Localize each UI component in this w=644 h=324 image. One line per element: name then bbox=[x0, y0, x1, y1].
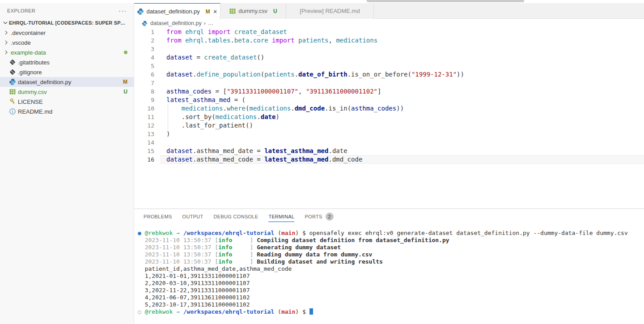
editor-group: dataset_definition.pyM×dummy.csvU[Previe… bbox=[134, 3, 644, 209]
code-text: .sort_by(medications.date) bbox=[160, 113, 644, 121]
tab-dataset-definition-py[interactable]: dataset_definition.pyM× bbox=[134, 3, 220, 19]
code-line-11[interactable]: 11 .sort_by(medications.date) bbox=[134, 113, 644, 121]
breadcrumb-file[interactable]: dataset_definition.py bbox=[150, 20, 202, 26]
line-number: 14 bbox=[134, 138, 154, 147]
panel-tab-terminal[interactable]: TERMINAL bbox=[268, 209, 294, 224]
code-text: latest_asthma_med = ( bbox=[160, 96, 644, 104]
terminal-line: 3,2022-11-22,39113311000001107 bbox=[138, 287, 644, 294]
file-label: README.md bbox=[18, 108, 127, 115]
code-text: dataset.define_population(patients.date_… bbox=[160, 70, 644, 79]
sidebar-item--gitignore[interactable]: .gitignore bbox=[0, 67, 134, 77]
code-line-3[interactable]: 3 bbox=[134, 45, 644, 53]
csv-icon bbox=[9, 88, 16, 95]
code-text: asthma_codes = ["39113311000001107", "39… bbox=[160, 87, 644, 96]
file-label: example-data bbox=[11, 49, 120, 56]
breadcrumb-separator: › bbox=[204, 20, 206, 26]
code-line-15[interactable]: 15dataset.asthma_med_date = latest_asthm… bbox=[134, 147, 644, 155]
more-actions-icon[interactable]: ··· bbox=[119, 9, 127, 13]
panel-tab-label: OUTPUT bbox=[182, 214, 203, 219]
git-icon bbox=[9, 68, 16, 76]
sidebar-item-readme-md[interactable]: README.md bbox=[0, 107, 134, 116]
sidebar-item-license[interactable]: LICENSE bbox=[0, 97, 134, 107]
code-line-6[interactable]: 6dataset.define_population(patients.date… bbox=[134, 70, 644, 79]
panel-tab-label: DEBUG CONSOLE bbox=[214, 214, 258, 219]
code-line-1[interactable]: 1from ehrql import create_dataset bbox=[134, 28, 644, 36]
chevron-right-icon bbox=[3, 49, 10, 56]
code-line-4[interactable]: 4dataset = create_dataset() bbox=[134, 53, 644, 62]
file-list: .devcontainer.vscodeexample-data.gitattr… bbox=[0, 28, 134, 116]
terminal-line: ○ @rebkwok → /workspaces/ehrql-tutorial … bbox=[138, 308, 644, 315]
panel-tab-output[interactable]: OUTPUT bbox=[182, 209, 203, 224]
line-number: 4 bbox=[134, 53, 154, 62]
code-line-9[interactable]: 9latest_asthma_med = ( bbox=[134, 96, 644, 104]
git-status-badge: U bbox=[123, 89, 127, 95]
window-top-bar bbox=[367, 0, 524, 2]
breadcrumb[interactable]: dataset_definition.py › … bbox=[134, 19, 644, 28]
terminal[interactable]: ● @rebkwok → /workspaces/ehrql-tutorial … bbox=[134, 224, 644, 315]
tab-label: dummy.csv bbox=[238, 8, 267, 14]
python-icon bbox=[141, 20, 148, 27]
code-line-13[interactable]: 13) bbox=[134, 130, 644, 138]
code-text: medications.where(medications.dmd_code.i… bbox=[160, 104, 644, 113]
line-number: 9 bbox=[134, 96, 154, 104]
terminal-line: 5,2023-10-17,39113611000001102 bbox=[138, 301, 644, 308]
line-number: 15 bbox=[134, 147, 154, 155]
sidebar-item-dataset-definition-py[interactable]: dataset_definition.pyM bbox=[0, 77, 134, 87]
line-number: 6 bbox=[134, 70, 154, 79]
code-text bbox=[160, 62, 644, 70]
code-text: .last_for_patient() bbox=[160, 121, 644, 130]
sidebar-folder-example-data[interactable]: example-data bbox=[0, 47, 134, 57]
python-icon bbox=[9, 78, 16, 85]
workspace-folder-label: EHRQL-TUTORIAL [CODESPACES: SUPER SPACE … bbox=[9, 20, 129, 26]
code-line-2[interactable]: 2from ehrql.tables.beta.core import pati… bbox=[134, 36, 644, 45]
file-label: .gitignore bbox=[18, 69, 127, 76]
code-line-12[interactable]: 12 .last_for_patient() bbox=[134, 121, 644, 130]
terminal-line: 2023-11-10 13:50:37 [info ] Reading dumm… bbox=[138, 251, 644, 258]
breadcrumb-more[interactable]: … bbox=[208, 20, 214, 26]
line-number: 16 bbox=[134, 155, 154, 164]
sidebar-folder--devcontainer[interactable]: .devcontainer bbox=[0, 28, 134, 38]
code-line-14[interactable]: 14 bbox=[134, 138, 644, 147]
code-text: dataset.asthma_med_date = latest_asthma_… bbox=[160, 147, 644, 155]
code-line-16[interactable]: 16dataset.asthma_med_code = latest_asthm… bbox=[134, 155, 644, 164]
terminal-cursor bbox=[309, 308, 313, 315]
panel-tab-label: PORTS bbox=[305, 214, 322, 219]
code-text: from ehrql.tables.beta.core import patie… bbox=[160, 36, 644, 45]
code-line-10[interactable]: 10 medications.where(medications.dmd_cod… bbox=[134, 104, 644, 113]
terminal-line: patient_id,asthma_med_date,asthma_med_co… bbox=[138, 265, 644, 273]
line-number: 2 bbox=[134, 36, 154, 45]
sidebar-folder--vscode[interactable]: .vscode bbox=[0, 38, 134, 47]
terminal-line: 4,2021-06-07,39113611000001102 bbox=[138, 294, 644, 301]
line-number: 1 bbox=[134, 28, 154, 36]
panel-tab-label: TERMINAL bbox=[268, 214, 294, 219]
terminal-line: ● @rebkwok → /workspaces/ehrql-tutorial … bbox=[138, 230, 644, 237]
untracked-changes-dot bbox=[124, 51, 127, 54]
tab-dummy-csv[interactable]: dummy.csvU bbox=[220, 3, 286, 19]
code-text: ) bbox=[160, 130, 644, 138]
sidebar-item-dummy-csv[interactable]: dummy.csvU bbox=[0, 87, 134, 97]
terminal-line: 2023-11-10 13:50:37 [info ] Building dat… bbox=[138, 258, 644, 265]
indent-guide bbox=[168, 104, 168, 130]
panel-tab-debug-console[interactable]: DEBUG CONSOLE bbox=[214, 209, 258, 224]
line-number: 10 bbox=[134, 104, 154, 113]
explorer-section-header[interactable]: EHRQL-TUTORIAL [CODESPACES: SUPER SPACE … bbox=[0, 18, 134, 28]
line-number: 13 bbox=[134, 130, 154, 138]
panel-tab-ports[interactable]: PORTS2 bbox=[305, 209, 333, 224]
file-label: dummy.csv bbox=[18, 89, 120, 95]
tab--preview-readme-md[interactable]: [Preview] README.md bbox=[286, 3, 374, 19]
code-line-5[interactable]: 5 bbox=[134, 62, 644, 70]
git-status-badge: U bbox=[273, 8, 277, 14]
explorer-title: EXPLORER bbox=[7, 8, 35, 13]
git-status-badge: M bbox=[123, 79, 127, 85]
file-label: dataset_definition.py bbox=[18, 79, 119, 85]
code-editor[interactable]: 1from ehrql import create_dataset2from e… bbox=[134, 28, 644, 164]
code-line-8[interactable]: 8asthma_codes = ["39113311000001107", "3… bbox=[134, 87, 644, 96]
panel-tab-problems[interactable]: PROBLEMS bbox=[144, 209, 172, 224]
panel-tabs: PROBLEMSOUTPUTDEBUG CONSOLETERMINALPORTS… bbox=[134, 209, 644, 224]
sidebar-item--gitattributes[interactable]: .gitattributes bbox=[0, 57, 134, 67]
code-line-7[interactable]: 7 bbox=[134, 79, 644, 87]
close-icon[interactable]: × bbox=[213, 8, 217, 15]
line-number: 3 bbox=[134, 45, 154, 53]
chevron-right-icon bbox=[3, 39, 10, 46]
code-text bbox=[160, 45, 644, 53]
